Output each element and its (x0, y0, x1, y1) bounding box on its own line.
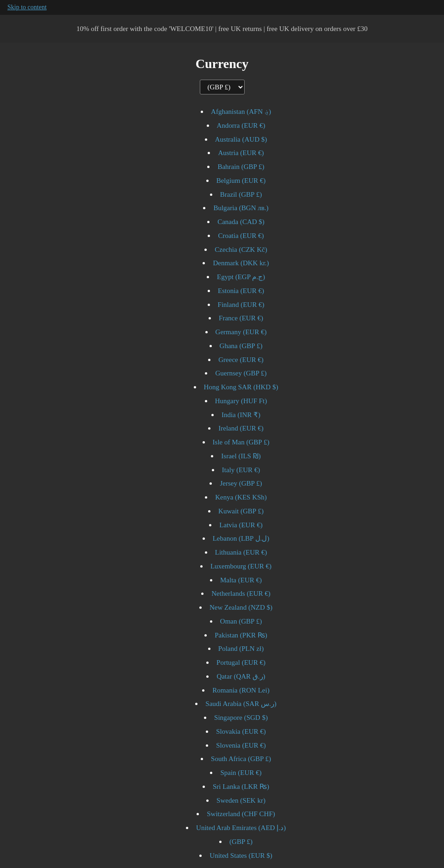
list-item[interactable]: Israel (ILS ₪) (46, 449, 426, 463)
list-item[interactable]: Saudi Arabia (SAR ر.س) (46, 697, 426, 711)
list-item[interactable]: Jersey (GBP £) (46, 476, 426, 490)
list-item[interactable]: Canada (CAD $) (46, 215, 426, 229)
promo-banner: 10% off first order with the code 'WELCO… (0, 15, 444, 43)
list-item[interactable]: Bulgaria (BGN лв.) (46, 201, 426, 215)
list-item[interactable]: Estonia (EUR €) (46, 284, 426, 298)
list-item[interactable]: Isle of Man (GBP £) (46, 435, 426, 449)
list-item[interactable]: United States (EUR $) (46, 849, 426, 862)
list-item[interactable]: Bahrain (GBP £) (46, 160, 426, 174)
list-item[interactable]: Denmark (DKK kr.) (46, 256, 426, 270)
list-item[interactable]: Oman (GBP £) (46, 614, 426, 628)
list-item[interactable]: Lithuania (EUR €) (46, 545, 426, 559)
list-item[interactable]: India (INR ₹) (46, 408, 426, 422)
list-item[interactable]: Germany (EUR €) (46, 325, 426, 339)
list-item[interactable]: France (EUR €) (46, 311, 426, 325)
list-item[interactable]: Czechia (CZK Kč) (46, 243, 426, 256)
list-item[interactable]: Luxembourg (EUR €) (46, 559, 426, 573)
list-item[interactable]: Hungary (HUF Ft) (46, 394, 426, 408)
list-item[interactable]: Finland (EUR €) (46, 298, 426, 312)
list-item[interactable]: Malta (EUR €) (46, 573, 426, 587)
list-item[interactable]: Kuwait (GBP £) (46, 504, 426, 518)
list-item[interactable]: Belgium (EUR €) (46, 174, 426, 187)
list-item[interactable]: Italy (EUR €) (46, 463, 426, 477)
list-item[interactable]: Romania (RON Lei) (46, 683, 426, 697)
list-item[interactable]: Guernsey (GBP £) (46, 366, 426, 380)
list-item[interactable]: Singapore (SGD $) (46, 711, 426, 724)
list-item[interactable]: New Zealand (NZD $) (46, 600, 426, 614)
list-item[interactable]: Croatia (EUR €) (46, 229, 426, 243)
list-item[interactable]: Kenya (KES KSh) (46, 490, 426, 504)
list-item[interactable]: Latvia (EUR €) (46, 518, 426, 532)
list-item[interactable]: Andorra (EUR €) (46, 119, 426, 132)
list-item[interactable]: Lebanon (LBP ل.ل) (46, 531, 426, 545)
list-item[interactable]: Netherlands (EUR €) (46, 587, 426, 600)
list-item[interactable]: (GBP £) (46, 835, 426, 849)
list-item[interactable]: Poland (PLN zł) (46, 642, 426, 656)
list-item[interactable]: Austria (EUR €) (46, 146, 426, 160)
list-item[interactable]: Hong Kong SAR (HKD $) (46, 380, 426, 394)
list-item[interactable]: South Africa (GBP £) (46, 752, 426, 766)
list-item[interactable]: Afghanistan (AFN ؋) (46, 105, 426, 119)
currency-select[interactable]: (GBP £) (200, 80, 245, 94)
list-item[interactable]: Spain (EUR €) (46, 766, 426, 780)
list-item[interactable]: Greece (EUR €) (46, 353, 426, 367)
list-item[interactable]: Ireland (EUR €) (46, 421, 426, 435)
skip-to-content-link[interactable]: Skip to content (0, 0, 444, 15)
list-item[interactable]: Qatar (QAR ر.ق) (46, 669, 426, 683)
currency-title: Currency (18, 56, 426, 71)
main-content: Currency (GBP £) Afghanistan (AFN ؋)Ando… (0, 43, 444, 868)
list-item[interactable]: Brazil (GBP £) (46, 187, 426, 201)
list-item[interactable]: Australia (AUD $) (46, 132, 426, 146)
list-item[interactable]: Egypt (EGP ج.م) (46, 270, 426, 284)
list-item[interactable]: United Arab Emirates (AED د.إ) (46, 821, 426, 835)
list-item[interactable]: Slovakia (EUR €) (46, 724, 426, 738)
list-item[interactable]: Pakistan (PKR ₨) (46, 628, 426, 642)
currency-list: Afghanistan (AFN ؋)Andorra (EUR €)Austra… (18, 105, 426, 862)
list-item[interactable]: Portugal (EUR €) (46, 656, 426, 669)
list-item[interactable]: Switzerland (CHF CHF) (46, 807, 426, 821)
currency-select-wrapper: (GBP £) (18, 80, 426, 94)
list-item[interactable]: Slovenia (EUR €) (46, 738, 426, 752)
list-item[interactable]: Sweden (SEK kr) (46, 793, 426, 807)
list-item[interactable]: Ghana (GBP £) (46, 339, 426, 353)
list-item[interactable]: Sri Lanka (LKR ₨) (46, 780, 426, 793)
